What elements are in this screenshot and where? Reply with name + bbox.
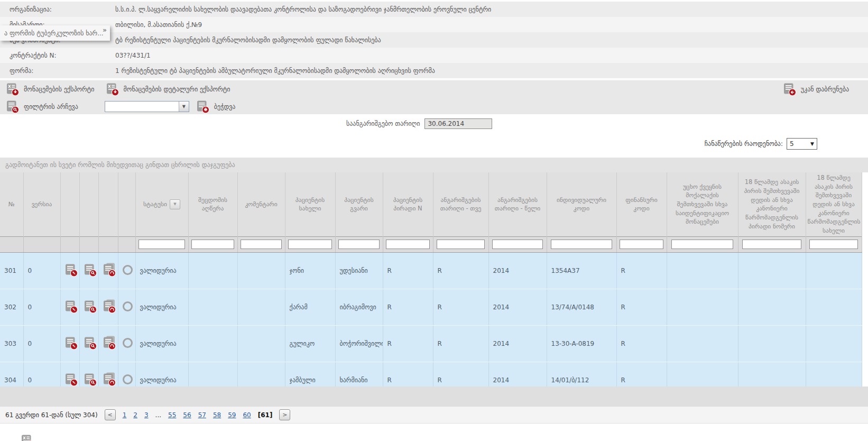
filter-cell-edit bbox=[60, 236, 79, 252]
col-header-label: უცხო ქვეყნის მოქალაქის შემთხვევაში სხვა … bbox=[676, 183, 729, 226]
col-header-first_name[interactable]: პაციენტის სახელი bbox=[285, 172, 335, 236]
col-header-guardian_personal_n[interactable]: 18 წლამდე ასაკის პირის შემთხვევაში დედის… bbox=[738, 172, 806, 236]
cell-personal_n: R bbox=[383, 289, 433, 325]
radio-indicator[interactable] bbox=[123, 374, 133, 384]
back-arrow-icon bbox=[783, 82, 797, 96]
patients-register-page: ორგანიზაცია: ს.ს.ი.პ. ლ.საყვარელიძის სახ… bbox=[0, 0, 868, 441]
filter-input-guardian_name[interactable] bbox=[809, 240, 858, 249]
edit-record-icon[interactable] bbox=[65, 299, 79, 315]
filter-input-individual_code[interactable] bbox=[551, 240, 612, 249]
filter-select[interactable]: ▼ bbox=[105, 101, 189, 112]
radio-indicator[interactable] bbox=[123, 301, 133, 311]
filter-input-personal_n[interactable] bbox=[386, 240, 430, 249]
col-header-error[interactable]: შეცდომის აღწერა bbox=[188, 172, 237, 236]
col-header-version[interactable]: ვერსია bbox=[23, 172, 60, 236]
col-header-last_name[interactable]: პაციენტის გვარი bbox=[335, 172, 383, 236]
col-header-guardian_name[interactable]: 18 წლამდე ასაკის პირის შემთხვევაში დედის… bbox=[806, 172, 862, 236]
info-row-form: ფორმა: 1 რეზისტენტული ტბ პაციენტების ამბ… bbox=[0, 63, 868, 78]
page-link-2[interactable]: 2 bbox=[133, 411, 137, 419]
edit-record-icon[interactable] bbox=[65, 336, 79, 352]
expand-icon[interactable]: » bbox=[103, 26, 107, 34]
page-link-60[interactable]: 60 bbox=[243, 411, 251, 419]
page-link-58[interactable]: 58 bbox=[213, 411, 221, 419]
page-link-1[interactable]: 1 bbox=[123, 411, 127, 419]
copy-record-icon[interactable] bbox=[103, 372, 117, 388]
page-link-55[interactable]: 55 bbox=[168, 411, 176, 419]
view-record-icon[interactable] bbox=[84, 336, 98, 352]
col-header-report_month[interactable]: ანგარიშგების თარიღი - თვე bbox=[433, 172, 488, 236]
page-ellipsis: ... bbox=[155, 411, 161, 419]
col-header-financial_code[interactable]: ფინანსური კოდი bbox=[616, 172, 667, 236]
page-link-57[interactable]: 57 bbox=[198, 411, 206, 419]
page-link-3[interactable]: 3 bbox=[144, 411, 149, 419]
back-button[interactable]: უკან დაბრუნება bbox=[783, 82, 849, 96]
cell-foreign_id bbox=[667, 289, 738, 325]
filter-cell-individual_code bbox=[547, 236, 616, 252]
filter-input-report_month[interactable] bbox=[437, 240, 485, 249]
col-header-personal_n[interactable]: პაციენტის პირადი N bbox=[383, 172, 433, 236]
filter-input-comment[interactable] bbox=[241, 240, 282, 249]
filter-input-guardian_personal_n[interactable] bbox=[742, 240, 801, 249]
view-record-icon[interactable] bbox=[84, 263, 98, 279]
detailed-export-button[interactable]: X მონაცემების დეტალური ექსპორტი bbox=[106, 82, 230, 96]
cell-version: 0 bbox=[23, 252, 60, 289]
col-header-copy[interactable] bbox=[98, 172, 118, 236]
cell-copy bbox=[98, 325, 118, 362]
col-header-report_year[interactable]: ანგარიშგების თარიღი - წელი bbox=[488, 172, 547, 236]
current-page: [61] bbox=[258, 411, 273, 419]
records-count-select[interactable]: 5 ▼ bbox=[787, 138, 817, 150]
status-filter-dropdown[interactable]: ▼ bbox=[170, 199, 180, 209]
reporting-date-input[interactable] bbox=[424, 118, 492, 129]
records-count-row: ჩანაწერების რაოდენობა: 5 ▼ bbox=[705, 138, 817, 150]
col-header-label: ინდივიდუალური კოდი bbox=[557, 196, 606, 213]
filter-input-report_year[interactable] bbox=[492, 240, 543, 249]
page-links: 123...555657585960 bbox=[123, 411, 251, 419]
cell-comment bbox=[237, 252, 285, 289]
cell-radio bbox=[118, 325, 135, 362]
col-header-edit[interactable] bbox=[60, 172, 79, 236]
detailed-export-label: მონაცემების დეტალური ექსპორტი bbox=[124, 86, 230, 93]
col-header-view[interactable] bbox=[79, 172, 98, 236]
filter-input-status[interactable] bbox=[138, 240, 184, 249]
copy-record-icon[interactable] bbox=[103, 263, 117, 279]
copy-record-icon[interactable] bbox=[103, 336, 117, 352]
view-record-icon[interactable] bbox=[84, 372, 98, 388]
filter-input-error[interactable] bbox=[191, 240, 234, 249]
next-page-button[interactable]: > bbox=[279, 409, 290, 420]
cell-radio bbox=[118, 289, 135, 325]
filter-input-first_name[interactable] bbox=[288, 240, 332, 249]
radio-indicator[interactable] bbox=[123, 265, 133, 275]
excel-export-icon[interactable]: X bbox=[21, 434, 35, 441]
radio-indicator[interactable] bbox=[123, 338, 133, 348]
col-header-comment[interactable]: კომენტარი bbox=[237, 172, 285, 236]
col-header-radio[interactable] bbox=[118, 172, 135, 236]
copy-record-icon[interactable] bbox=[103, 299, 117, 315]
col-header-foreign_id[interactable]: უცხო ქვეყნის მოქალაქის შემთხვევაში სხვა … bbox=[667, 172, 738, 236]
records-count-value: 5 bbox=[787, 140, 810, 148]
export-data-button[interactable]: X მონაცემების ექსპორტი bbox=[6, 82, 95, 96]
menu-tooltip[interactable]: ა ფორმის ტუბერკულოზის ხარ... » bbox=[0, 25, 110, 41]
view-record-icon[interactable] bbox=[84, 299, 98, 315]
filter-cell-guardian_name bbox=[806, 236, 862, 252]
filter-cell-guardian_personal_n bbox=[738, 236, 806, 252]
filter-input-last_name[interactable] bbox=[338, 240, 380, 249]
cell-guardian_personal_n bbox=[738, 252, 806, 289]
prev-page-button[interactable]: < bbox=[105, 409, 116, 420]
print-button[interactable]: ბეჭდვა bbox=[197, 99, 236, 114]
edit-record-icon[interactable] bbox=[65, 263, 79, 279]
cell-last_name: უდესიანი bbox=[335, 252, 383, 289]
filter-cell-error bbox=[188, 236, 237, 252]
filter-input-financial_code[interactable] bbox=[620, 240, 663, 249]
edit-record-icon[interactable] bbox=[65, 372, 79, 388]
col-header-individual_code[interactable]: ინდივიდუალური კოდი bbox=[547, 172, 616, 236]
cell-comment bbox=[237, 289, 285, 325]
choose-filter-label: ფილტრის არჩევა bbox=[24, 103, 78, 111]
subcomponent-value: ტბ რეზისტენტული პაციენტების მკურნალობისა… bbox=[115, 36, 381, 44]
chevron-down-icon: ▼ bbox=[810, 141, 817, 146]
col-header-n[interactable]: № bbox=[0, 172, 23, 236]
page-link-56[interactable]: 56 bbox=[183, 411, 191, 419]
choose-filter-button[interactable]: ფილტრის არჩევა bbox=[6, 99, 78, 114]
page-link-59[interactable]: 59 bbox=[228, 411, 236, 419]
filter-input-foreign_id[interactable] bbox=[671, 240, 734, 249]
col-header-status[interactable]: სტატუსი▼ bbox=[135, 172, 188, 236]
